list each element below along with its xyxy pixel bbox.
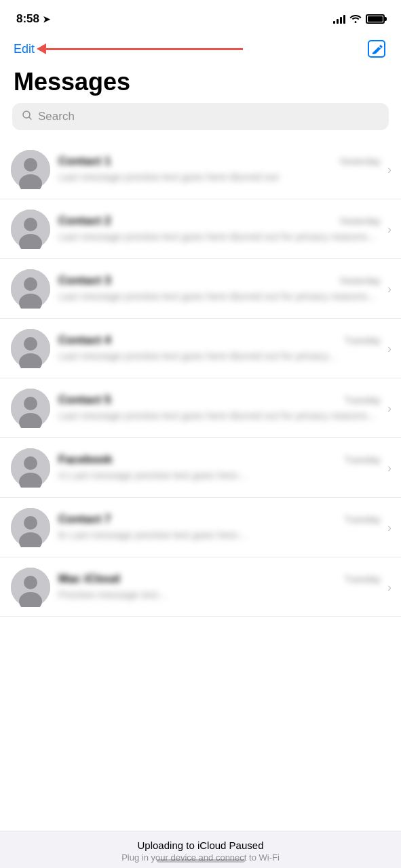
contact-name: Mac iCloud <box>58 572 120 586</box>
contact-name: Contact 4 <box>58 334 111 347</box>
message-time: Tuesday <box>345 514 381 525</box>
avatar <box>11 210 50 249</box>
svg-point-15 <box>24 397 37 410</box>
search-container: Search <box>0 103 401 140</box>
svg-point-21 <box>24 516 37 530</box>
avatar <box>11 508 50 547</box>
status-time: 8:58 ➤ <box>16 12 50 26</box>
message-preview: Last message preview text goes here blur… <box>58 170 381 184</box>
message-preview: Last message preview text goes here blur… <box>58 290 381 303</box>
bottom-banner: Uploading to iCloud Paused Plug in your … <box>0 831 401 868</box>
message-header: Contact 7 Tuesday <box>58 513 381 526</box>
message-time: Yesterday <box>339 275 381 286</box>
message-preview: Last message preview text goes here blur… <box>58 409 381 422</box>
contact-name: Contact 1 <box>58 155 111 168</box>
time-display: 8:58 <box>16 12 39 26</box>
message-content: Facebook Tuesday ni Last message preview… <box>58 453 401 482</box>
status-icons <box>333 14 385 25</box>
contact-name: Facebook <box>58 453 112 467</box>
message-header: Contact 5 Tuesday <box>58 393 381 407</box>
arrow-line <box>46 48 243 50</box>
message-time: Tuesday <box>345 574 381 585</box>
contact-name: Contact 2 <box>58 214 111 228</box>
message-content: Contact 4 Tuesday Last message preview t… <box>58 334 401 363</box>
annotation-arrow <box>37 43 243 54</box>
message-preview: Preview message text... <box>58 588 381 601</box>
svg-point-3 <box>24 158 37 172</box>
search-icon <box>22 110 33 123</box>
message-header: Contact 2 Yesterday <box>58 214 381 228</box>
message-header: Mac iCloud Tuesday <box>58 572 381 586</box>
message-time: Tuesday <box>345 335 381 346</box>
message-item[interactable]: Contact 7 Tuesday le Last message previe… <box>0 498 401 557</box>
home-indicator <box>157 859 245 863</box>
avatar <box>11 329 50 368</box>
message-time: Tuesday <box>345 395 381 406</box>
message-header: Contact 1 Yesterday <box>58 155 381 168</box>
message-preview: Last message preview text goes here blur… <box>58 230 381 243</box>
contact-name: Contact 7 <box>58 513 111 526</box>
svg-point-24 <box>24 576 37 589</box>
message-header: Contact 4 Tuesday <box>58 334 381 347</box>
message-time: Tuesday <box>345 454 381 465</box>
chevron-right-icon: › <box>387 281 392 296</box>
message-content: Contact 5 Tuesday Last message preview t… <box>58 393 401 422</box>
message-preview: ni Last message preview text goes here..… <box>58 469 381 482</box>
banner-title: Uploading to iCloud Paused <box>14 840 387 851</box>
avatar <box>11 448 50 488</box>
message-item[interactable]: Facebook Tuesday ni Last message preview… <box>0 438 401 498</box>
message-content: Mac iCloud Tuesday Preview message text.… <box>58 572 401 601</box>
avatar <box>11 150 50 189</box>
contact-name: Contact 3 <box>58 274 111 288</box>
message-content: Contact 1 Yesterday Last message preview… <box>58 155 401 184</box>
chevron-right-icon: › <box>387 162 392 176</box>
message-time: Yesterday <box>339 216 381 226</box>
message-list: Contact 1 Yesterday Last message preview… <box>0 140 401 617</box>
wifi-icon <box>349 14 362 25</box>
message-preview: le Last message preview text goes here..… <box>58 528 381 542</box>
svg-point-6 <box>24 218 37 231</box>
nav-bar: Edit <box>0 34 401 64</box>
message-preview: Last message preview text goes here blur… <box>58 349 381 363</box>
compose-button[interactable] <box>366 38 387 60</box>
message-time: Yesterday <box>339 156 381 167</box>
chevron-right-icon: › <box>387 222 392 236</box>
chevron-right-icon: › <box>387 580 392 594</box>
message-header: Facebook Tuesday <box>58 453 381 467</box>
status-bar: 8:58 ➤ <box>0 0 401 34</box>
avatar <box>11 269 50 309</box>
svg-point-9 <box>24 277 37 291</box>
search-placeholder: Search <box>38 110 75 123</box>
message-item[interactable]: Contact 3 Yesterday Last message preview… <box>0 259 401 319</box>
message-item[interactable]: Contact 5 Tuesday Last message preview t… <box>0 378 401 438</box>
edit-button[interactable]: Edit <box>14 42 35 56</box>
chevron-right-icon: › <box>387 460 392 475</box>
svg-point-12 <box>24 337 37 351</box>
search-bar[interactable]: Search <box>12 103 389 130</box>
avatar <box>11 389 50 428</box>
message-header: Contact 3 Yesterday <box>58 274 381 288</box>
chevron-right-icon: › <box>387 341 392 355</box>
message-content: Contact 7 Tuesday le Last message previe… <box>58 513 401 542</box>
signal-icon <box>333 14 345 24</box>
arrow-head <box>37 43 46 54</box>
message-content: Contact 3 Yesterday Last message preview… <box>58 274 401 303</box>
battery-icon <box>366 14 385 24</box>
message-item[interactable]: Contact 2 Yesterday Last message preview… <box>0 199 401 259</box>
message-item[interactable]: Contact 1 Yesterday Last message preview… <box>0 140 401 199</box>
chevron-right-icon: › <box>387 401 392 415</box>
message-content: Contact 2 Yesterday Last message preview… <box>58 214 401 243</box>
location-icon: ➤ <box>43 14 50 24</box>
avatar <box>11 568 50 607</box>
page-title: Messages <box>0 64 401 103</box>
chevron-right-icon: › <box>387 520 392 534</box>
message-item[interactable]: Mac iCloud Tuesday Preview message text.… <box>0 557 401 617</box>
svg-point-18 <box>24 456 37 470</box>
contact-name: Contact 5 <box>58 393 111 407</box>
message-item[interactable]: Contact 4 Tuesday Last message preview t… <box>0 319 401 378</box>
